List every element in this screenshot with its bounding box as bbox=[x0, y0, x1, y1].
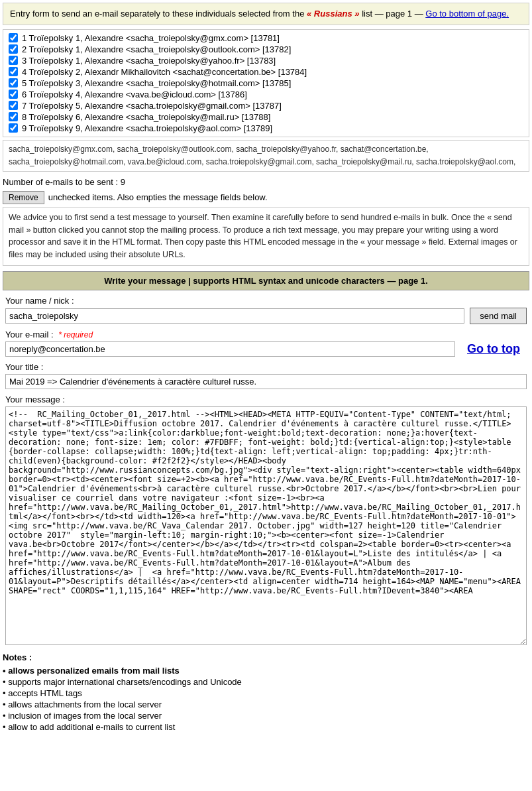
write-message-banner: Write your message | supports HTML synta… bbox=[3, 271, 529, 290]
go-to-bottom-link[interactable]: Go to bottom of page. bbox=[425, 9, 509, 19]
name-input[interactable] bbox=[5, 308, 464, 324]
recipient-label: 6 Troïepolsky 4, Alexandre <vava.be@iclo… bbox=[22, 90, 247, 99]
recipient-row: 7 Troïepolsky 5, Alexandre <sacha.troiep… bbox=[9, 100, 523, 111]
count-row: Number of e-mails to be sent : 9 bbox=[3, 177, 529, 187]
recipient-checkbox[interactable] bbox=[9, 101, 18, 110]
write-banner-text: Write your message | supports HTML synta… bbox=[104, 276, 428, 286]
recipient-checkbox[interactable] bbox=[9, 44, 18, 54]
emails-list-box: sacha_troiepolsky@gmx.com, sacha_troiepo… bbox=[3, 140, 529, 172]
entry-suffix: list — page 1 — bbox=[362, 9, 423, 19]
recipient-checkbox[interactable] bbox=[9, 90, 18, 99]
note-item: allows personalized emails from mail lis… bbox=[3, 665, 529, 676]
recipient-row: 2 Troïepolsky 1, Alexandre <sacha_troiep… bbox=[9, 44, 523, 55]
email-row: Your e-mail : * required Go to top bbox=[5, 330, 527, 357]
remove-suffix: unchecked items. Also empties the messag… bbox=[48, 192, 268, 202]
title-input[interactable] bbox=[5, 374, 527, 389]
remove-button[interactable]: Remove bbox=[3, 191, 44, 204]
note-item: inclusion of images from the local serve… bbox=[3, 710, 529, 721]
name-label: Your name / nick : bbox=[5, 296, 527, 306]
recipient-label: 5 Troïepolsky 3, Alexandre <sacha_troiep… bbox=[22, 78, 291, 88]
send-mail-button[interactable]: send mail bbox=[470, 308, 527, 324]
recipients-box: 1 Troïepolsky 1, Alexandre <sacha_troiep… bbox=[3, 29, 529, 137]
count-label: Number of e-mails to be sent : 9 bbox=[3, 177, 125, 187]
list-name: « Russians » bbox=[307, 9, 360, 19]
recipient-row: 5 Troïepolsky 3, Alexandre <sacha_troiep… bbox=[9, 78, 523, 89]
notes-list: allows personalized emails from mail lis… bbox=[3, 665, 529, 733]
recipient-checkbox[interactable] bbox=[9, 33, 18, 42]
form-section: Your name / nick : send mail Your e-mail… bbox=[3, 296, 529, 647]
notes-title: Notes : bbox=[3, 652, 529, 662]
note-item: accepts HTML tags bbox=[3, 688, 529, 699]
recipient-checkbox[interactable] bbox=[9, 56, 18, 65]
recipient-checkbox[interactable] bbox=[9, 112, 18, 121]
entry-prefix: Entry form to send an e-mail separately … bbox=[10, 9, 304, 19]
note-item: allows attachments from the local server bbox=[3, 699, 529, 710]
recipient-row: 4 Troïepolsky 2, Alexandr Mikhailovitch … bbox=[9, 66, 523, 78]
go-to-top-link[interactable]: Go to top bbox=[460, 342, 527, 356]
recipient-row: 3 Troïepolsky 1, Alexandre <sacha_troiep… bbox=[9, 55, 523, 66]
title-label: Your title : bbox=[5, 362, 527, 372]
recipient-checkbox[interactable] bbox=[9, 67, 18, 76]
recipient-label: 8 Troïepolsky 6, Alexandre <sacha_troiep… bbox=[22, 112, 270, 122]
recipient-row: 1 Troïepolsky 1, Alexandre <sacha_troiep… bbox=[9, 32, 523, 44]
message-textarea[interactable] bbox=[5, 406, 527, 645]
notes-section: Notes : allows personalized emails from … bbox=[3, 652, 529, 733]
recipient-label: 7 Troïepolsky 5, Alexandre <sacha.troiep… bbox=[22, 101, 282, 111]
emails-list: sacha_troiepolsky@gmx.com, sacha_troiepo… bbox=[9, 145, 515, 166]
recipient-label: 9 Troïepolsky 9, Alexandre <sacha.troiep… bbox=[22, 123, 272, 133]
message-label: Your message : bbox=[5, 395, 527, 404]
recipients-list: 1 Troïepolsky 1, Alexandre <sacha_troiep… bbox=[9, 32, 523, 134]
name-row: Your name / nick : send mail bbox=[5, 296, 527, 324]
recipient-row: 8 Troïepolsky 6, Alexandre <sacha_troiep… bbox=[9, 111, 523, 123]
recipient-row: 6 Troïepolsky 4, Alexandre <vava.be@iclo… bbox=[9, 89, 523, 100]
advice-text: We advice you to first send a test messa… bbox=[9, 213, 517, 259]
recipient-row: 9 Troïepolsky 9, Alexandre <sacha.troiep… bbox=[9, 123, 523, 134]
recipient-checkbox[interactable] bbox=[9, 78, 18, 88]
email-input[interactable] bbox=[5, 341, 455, 357]
required-label: * required bbox=[58, 330, 93, 339]
title-row: Your title : bbox=[5, 362, 527, 389]
recipient-label: 4 Troïepolsky 2, Alexandr Mikhailovitch … bbox=[22, 67, 307, 77]
message-row: Your message : bbox=[5, 395, 527, 647]
entry-banner: Entry form to send an e-mail separately … bbox=[3, 3, 529, 25]
recipient-checkbox[interactable] bbox=[9, 123, 18, 133]
recipient-label: 2 Troïepolsky 1, Alexandre <sacha_troiep… bbox=[22, 44, 291, 54]
recipient-label: 1 Troïepolsky 1, Alexandre <sacha_troiep… bbox=[22, 33, 280, 43]
email-label: Your e-mail : * required bbox=[5, 330, 527, 339]
remove-row: Remove unchecked items. Also empties the… bbox=[3, 191, 529, 204]
advice-box: We advice you to first send a test messa… bbox=[3, 207, 529, 266]
note-item: supports major international charsets/en… bbox=[3, 676, 529, 688]
note-item: allow to add additional e-mails to curre… bbox=[3, 721, 529, 733]
recipient-label: 3 Troïepolsky 1, Alexandre <sacha_troiep… bbox=[22, 56, 276, 66]
